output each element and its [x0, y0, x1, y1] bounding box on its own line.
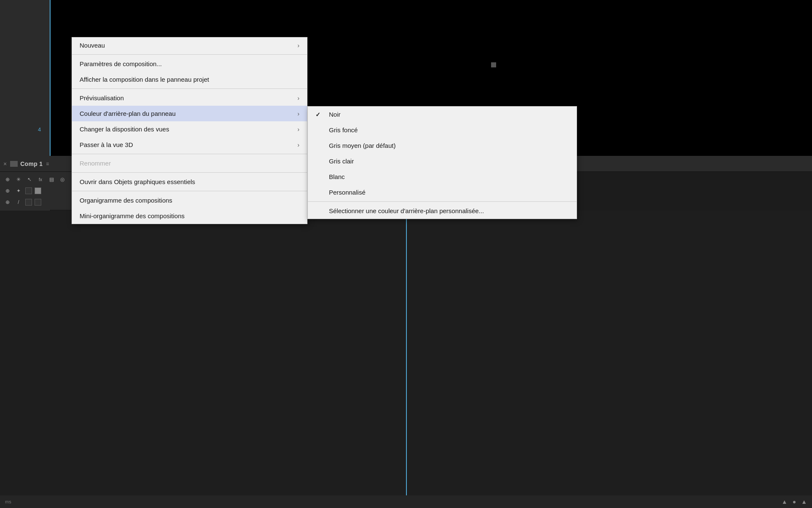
slash-icon[interactable]: /: [14, 198, 23, 206]
menu-item-label-passer: Passer à la vue 3D: [80, 141, 297, 148]
arrow-up-icon[interactable]: ▲: [782, 498, 788, 505]
submenu-arrow-nouveau: ›: [297, 42, 299, 49]
menu-item-afficher[interactable]: Afficher la composition dans le panneau …: [72, 72, 307, 87]
status-text-left: ms: [5, 499, 11, 504]
submenu-item-label-gris_moyen: Gris moyen (par défaut): [329, 142, 395, 149]
menu-item-label-parametres: Paramètres de composition...: [80, 60, 299, 67]
menu-item-changer[interactable]: Changer la disposition des vues ›: [72, 121, 307, 137]
menu-item-label-mini: Mini-organigramme des compositions: [80, 212, 299, 219]
menu-item-label-organigramme: Organigramme des compositions: [80, 197, 299, 204]
status-bar: ms ▲ ● ▲: [0, 495, 812, 508]
submenu-item-gris_moyen[interactable]: ✓ Gris moyen (par défaut): [308, 138, 577, 153]
cursor-icon[interactable]: ↖: [25, 175, 34, 184]
menu-item-label-changer: Changer la disposition des vues: [80, 126, 297, 133]
playhead-circle-icon[interactable]: ●: [793, 498, 796, 505]
menu-item-parametres[interactable]: Paramètres de composition...: [72, 56, 307, 72]
color-swatch-2[interactable]: [35, 187, 41, 194]
anchor2-icon[interactable]: ⊕: [3, 187, 12, 195]
check-mark-noir: ✓: [315, 111, 324, 118]
color-swatch-4[interactable]: [35, 199, 41, 206]
sidebar-number: 4: [38, 126, 41, 133]
sidebar-blue-line: [50, 0, 51, 156]
menu-item-renommer: Renommer: [72, 155, 307, 171]
fx-icon[interactable]: fx: [36, 175, 45, 184]
submenu-divider: [308, 201, 577, 202]
submenu-background-color: ✓ Noir ✓ Gris foncé ✓ Gris moyen (par dé…: [307, 106, 577, 219]
menu-item-ouvrir[interactable]: Ouvrir dans Objets graphiques essentiels: [72, 174, 307, 190]
submenu-item-personnalise[interactable]: ✓ Personnalisé: [308, 184, 577, 200]
anchor-icon[interactable]: ⊕: [3, 175, 12, 184]
menu-item-nouveau[interactable]: Nouveau ›: [72, 37, 307, 53]
submenu-item-label-gris_clair: Gris clair: [329, 158, 354, 165]
submenu-item-gris_fonce[interactable]: ✓ Gris foncé: [308, 122, 577, 138]
asterisk-icon[interactable]: ✳: [14, 175, 23, 184]
submenu-item-selectionner[interactable]: Sélectionner une couleur d'arrière-plan …: [308, 203, 577, 219]
menu-divider: [72, 154, 307, 154]
submenu-item-gris_clair[interactable]: ✓ Gris clair: [308, 153, 577, 169]
anchor3-icon[interactable]: ⊕: [3, 198, 12, 206]
status-controls: ▲ ● ▲: [782, 498, 807, 505]
tab-composition-icon: [10, 161, 18, 167]
menu-item-organigramme[interactable]: Organigramme des compositions: [72, 193, 307, 208]
menu-divider: [72, 191, 307, 191]
menu-item-mini[interactable]: Mini-organigramme des compositions: [72, 208, 307, 224]
submenu-item-blanc[interactable]: ✓ Blanc: [308, 169, 577, 184]
submenu-arrow-changer: ›: [297, 126, 299, 133]
menu-item-label-nouveau: Nouveau: [80, 42, 297, 49]
timeline-playhead: [406, 211, 407, 495]
menu-divider: [72, 54, 307, 55]
submenu-arrow-passer: ›: [297, 142, 299, 148]
tab-menu-icon[interactable]: ≡: [46, 161, 49, 167]
color-swatch-1[interactable]: [25, 187, 32, 194]
submenu-item-label-noir: Noir: [329, 111, 341, 118]
circle-tool-icon[interactable]: ◎: [58, 175, 67, 184]
submenu-item-noir[interactable]: ✓ Noir: [308, 107, 577, 122]
tab-label[interactable]: Comp 1: [20, 160, 43, 167]
menu-item-label-ouvrir: Ouvrir dans Objets graphiques essentiels: [80, 178, 299, 185]
tab-close-button[interactable]: ×: [0, 160, 10, 167]
submenu-arrow-couleur: ›: [297, 110, 299, 117]
timeline-area: [0, 211, 812, 495]
canvas-square-indicator: [491, 62, 496, 67]
menu-item-passer[interactable]: Passer à la vue 3D ›: [72, 137, 307, 152]
menu-item-label-previsualisation: Prévisualisation: [80, 94, 297, 102]
submenu-item-label-blanc: Blanc: [329, 173, 345, 180]
color-swatch-3[interactable]: [25, 199, 32, 206]
menu-item-label-couleur: Couleur d'arrière-plan du panneau: [80, 110, 297, 117]
layers-icon[interactable]: ▤: [47, 175, 56, 184]
menu-item-label-renommer: Renommer: [80, 160, 299, 167]
menu-divider: [72, 88, 307, 89]
submenu-item-label-personnalise: Personnalisé: [329, 189, 366, 196]
menu-item-couleur[interactable]: Couleur d'arrière-plan du panneau ›: [72, 106, 307, 121]
arrow-up-filled-icon[interactable]: ▲: [801, 498, 807, 505]
submenu-item-label-selectionner: Sélectionner une couleur d'arrière-plan …: [329, 207, 484, 214]
submenu-arrow-previsualisation: ›: [297, 95, 299, 102]
star-icon[interactable]: ✦: [14, 187, 23, 195]
submenu-item-label-gris_fonce: Gris foncé: [329, 126, 358, 134]
menu-divider: [72, 172, 307, 173]
menu-item-previsualisation[interactable]: Prévisualisation ›: [72, 90, 307, 106]
menu-item-label-afficher: Afficher la composition dans le panneau …: [80, 76, 299, 83]
context-menu: Nouveau › Paramètres de composition... A…: [72, 37, 307, 224]
